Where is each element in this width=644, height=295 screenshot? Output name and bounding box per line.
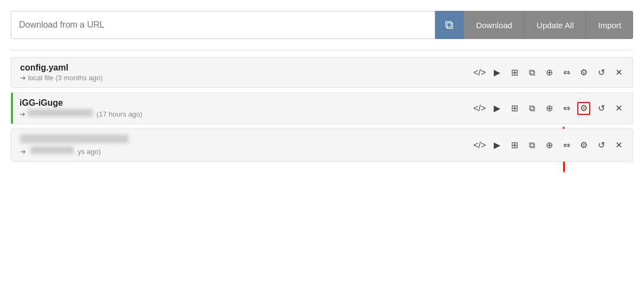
copy-icon[interactable]: ⧉ [525, 139, 538, 152]
refresh-icon[interactable]: ↺ [595, 139, 608, 152]
update-all-button[interactable]: Update All [524, 11, 585, 39]
play-icon[interactable]: ▶ [490, 102, 503, 115]
file-info: config.yaml ➜ local file (3 months ago) [20, 63, 129, 82]
file-actions: </> ▶ ⊞ ⧉ ⊕ ⇔ ⚙ ↺ ✕ [473, 66, 625, 79]
copy-icon[interactable]: ⧉ [525, 66, 538, 79]
meta-arrow: ➜ [20, 74, 26, 82]
file-name [20, 134, 129, 145]
settings-icon[interactable]: ⚙ [577, 66, 590, 79]
copy-url-button[interactable]: ⧉ [435, 11, 463, 39]
settings-icon[interactable]: ⚙ [577, 139, 590, 152]
compare-icon[interactable]: ⇔ [560, 66, 573, 79]
meta-arrow: ➜ [20, 148, 26, 156]
close-icon[interactable]: ✕ [612, 102, 625, 115]
meta-suffix: ys ago) [78, 148, 101, 156]
code-icon[interactable]: </> [473, 102, 486, 115]
play-icon[interactable]: ▶ [490, 139, 503, 152]
toolbar: ⧉ Download Update All Import [11, 11, 633, 39]
table-row: iGG-iGuge ➜ (17 hours ago) </> ▶ ⊞ ⧉ ⊕ ⇔… [11, 92, 633, 124]
import-button[interactable]: Import [585, 11, 633, 39]
file-info: ➜ ys ago) [20, 134, 129, 156]
play-icon[interactable]: ▶ [490, 66, 503, 79]
url-input[interactable] [19, 20, 427, 30]
compare-icon[interactable]: ⇔ [560, 139, 573, 152]
meta-text: (17 hours ago) [94, 110, 142, 118]
compare-icon[interactable]: ⇔ [560, 102, 573, 115]
close-icon[interactable]: ✕ [612, 139, 625, 152]
file-actions: </> ▶ ⊞ ⧉ ⊕ ⇔ ⚙ ↺ ✕ [473, 139, 625, 152]
blurred-name [20, 134, 129, 143]
globe-icon[interactable]: ⊕ [543, 102, 556, 115]
close-icon[interactable]: ✕ [612, 66, 625, 79]
download-button[interactable]: Download [463, 11, 524, 39]
divider [11, 50, 633, 50]
meta-arrow: ➜ [20, 110, 25, 118]
file-list: config.yaml ➜ local file (3 months ago) … [11, 57, 633, 166]
table-icon[interactable]: ⊞ [508, 139, 521, 152]
copy-icon[interactable]: ⧉ [525, 102, 538, 115]
settings-icon[interactable]: ⚙ [577, 102, 590, 115]
file-meta: ➜ ys ago) [20, 146, 129, 156]
globe-icon[interactable]: ⊕ [543, 66, 556, 79]
meta-text: local file (3 months ago) [28, 74, 103, 82]
code-icon[interactable]: </> [473, 139, 486, 152]
file-name: config.yaml [20, 63, 129, 73]
annotation-container: iGG-iGuge ➜ (17 hours ago) </> ▶ ⊞ ⧉ ⊕ ⇔… [11, 92, 633, 129]
refresh-icon[interactable]: ↺ [595, 66, 608, 79]
file-meta: ➜ local file (3 months ago) [20, 74, 129, 82]
file-name: iGG-iGuge [20, 98, 142, 108]
blurred-meta [30, 146, 74, 154]
file-actions: </> ▶ ⊞ ⧉ ⊕ ⇔ ⚙ ↺ ✕ [473, 102, 625, 115]
file-meta: ➜ (17 hours ago) [20, 109, 142, 118]
table-icon[interactable]: ⊞ [508, 66, 521, 79]
code-icon[interactable]: </> [473, 66, 486, 79]
refresh-icon[interactable]: ↺ [595, 102, 608, 115]
table-row: ➜ ys ago) </> ▶ ⊞ ⧉ ⊕ ⇔ ⚙ ↺ ✕ [11, 129, 633, 162]
copy-icon: ⧉ [445, 18, 454, 32]
file-info: iGG-iGuge ➜ (17 hours ago) [20, 98, 142, 118]
url-input-wrapper [11, 11, 435, 39]
table-icon[interactable]: ⊞ [508, 102, 521, 115]
blurred-url [28, 109, 93, 117]
globe-icon[interactable]: ⊕ [543, 139, 556, 152]
table-row: config.yaml ➜ local file (3 months ago) … [11, 57, 633, 88]
